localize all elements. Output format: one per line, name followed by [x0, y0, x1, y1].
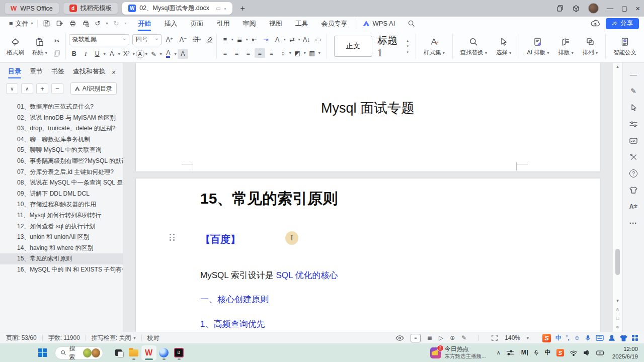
undo-icon[interactable]: ↺ [95, 20, 101, 27]
chevron-down-icon[interactable]: ▾ [284, 37, 286, 42]
number-list-button[interactable]: ≣ [234, 35, 245, 44]
toc-item[interactable]: 04、聊一聊数据库事务机制 [0, 134, 123, 145]
toc-item[interactable]: 11、Mysql 如何行转列和列转行 [0, 210, 123, 221]
text-frame-button[interactable]: ▭ [313, 35, 324, 44]
previous-page-icon[interactable]: « [615, 308, 620, 311]
bullet-list-button[interactable]: ≡ [220, 35, 230, 44]
menu-tab-wps-ai[interactable]: WPS AI [356, 18, 401, 29]
ime-mode-icon[interactable]: 中 [555, 334, 561, 342]
chevron-down-icon[interactable]: ▾ [527, 336, 529, 340]
toc-item[interactable]: 05、聊聊 MySQL 中的关联查询 [0, 145, 123, 156]
menu-tab[interactable]: 开始 [131, 18, 157, 30]
select-button[interactable]: 选择 ▾ [492, 35, 516, 57]
clear-format-icon[interactable] [205, 36, 213, 43]
menu-tab[interactable]: 会员专享 [314, 18, 354, 30]
eye-protect-icon[interactable] [395, 335, 404, 341]
shrink-font-button[interactable]: A⁻ [178, 35, 189, 44]
wrap-button[interactable]: ⇄ [287, 35, 297, 44]
toc-item[interactable]: 02、说说 InnoDB 与 MyISAM 的区别 [0, 113, 123, 124]
volume-icon[interactable] [583, 349, 591, 356]
arrange-button[interactable]: 排列 ▾ [578, 35, 602, 57]
underline-button[interactable]: U [92, 49, 103, 59]
scroll-down-icon[interactable]: ▾ [616, 298, 619, 303]
chevron-down-icon[interactable]: ▾ [289, 51, 291, 55]
toc-item[interactable]: 06、事务隔离级别有哪些?MySQL 的默认... [0, 156, 123, 167]
chevron-down-icon[interactable]: ▾ [246, 37, 248, 42]
layout-button[interactable]: 排版 ▾ [554, 35, 578, 57]
emoji-icon[interactable]: ☺ [574, 334, 580, 341]
gallery-more-icon[interactable]: ▾ [407, 50, 409, 54]
sidebar-tab[interactable]: 查找和替换 [73, 65, 106, 78]
align-left-button[interactable]: ≡ [220, 48, 230, 58]
ime-menu-icon[interactable] [632, 335, 638, 341]
copy-icon[interactable] [53, 50, 60, 57]
task-view-button[interactable] [111, 345, 126, 360]
justify-button[interactable]: ≡ [255, 48, 265, 58]
search-icon[interactable] [408, 20, 415, 27]
chevron-down-icon[interactable]: ▾ [160, 52, 162, 56]
expand-all-button[interactable]: ∨ [6, 83, 18, 94]
ai-layout-button[interactable]: AI 排版 ▾ [522, 35, 553, 57]
toc-item[interactable]: 13、union 和 unionAll 区别 [0, 232, 123, 243]
word-count[interactable]: 字数: 11900 [48, 334, 80, 342]
paste-button[interactable]: 粘贴 ▾ [29, 35, 51, 57]
proofread-button[interactable]: 校对 [147, 334, 159, 342]
text-effect-button[interactable]: A [136, 50, 144, 58]
menu-tab[interactable]: 工具 [288, 18, 314, 30]
toc-item[interactable]: 01、数据库的三范式是什么? [0, 102, 123, 113]
skin-cube-icon[interactable] [572, 5, 580, 13]
user-avatar[interactable] [588, 3, 599, 14]
chevron-down-icon[interactable]: ▾ [304, 51, 306, 55]
chevron-down-icon[interactable]: ▾ [104, 52, 106, 56]
restore-button[interactable]: ▢ [621, 5, 627, 12]
idea-button[interactable]: IJ [172, 345, 187, 360]
next-page-icon[interactable]: » [615, 326, 620, 329]
menu-tab[interactable]: 视图 [262, 18, 288, 30]
font-name-select[interactable]: 微软雅黑 ˅ [69, 34, 129, 45]
chevron-down-icon[interactable]: ▾ [145, 52, 147, 56]
chevron-down-icon[interactable]: ▾ [318, 51, 320, 55]
browser-button[interactable] [156, 345, 172, 360]
grow-font-button[interactable]: A⁺ [165, 35, 175, 44]
strikethrough-button[interactable]: A [107, 49, 117, 59]
minimize-button[interactable]: — [607, 5, 613, 12]
menu-tab[interactable]: 审阅 [236, 18, 262, 30]
select-cursor-icon[interactable] [630, 103, 637, 112]
membership-card-icon[interactable] [629, 136, 637, 145]
edit-pen-icon[interactable]: ✎ [630, 86, 636, 95]
font-color-button[interactable]: A [166, 50, 170, 58]
ink-icon[interactable]: ✎ [461, 334, 466, 341]
clock[interactable]: 12:00 2025/6/19 [612, 345, 641, 360]
decrease-indent-button[interactable]: ⇤ [249, 35, 260, 44]
spellcheck-status[interactable]: 拼写检查: 关闭 [92, 334, 131, 342]
gallery-up-icon[interactable]: ▴ [407, 39, 409, 43]
gallery-down-icon[interactable]: ▾ [407, 44, 409, 48]
session-icon[interactable]: ▭ [216, 6, 220, 11]
increase-indent-button[interactable]: ⇥ [261, 35, 271, 44]
chevron-down-icon[interactable]: ▾ [298, 37, 300, 42]
tray-expand-icon[interactable]: ∧ [497, 349, 501, 356]
chevron-down-icon[interactable]: ▾ [133, 52, 135, 56]
style-normal[interactable]: 正文 [334, 36, 372, 57]
redo-icon[interactable]: ↻ [114, 20, 119, 27]
collapse-rail-icon[interactable]: — [630, 70, 637, 78]
tray-m-app-icon[interactable]: M [520, 350, 528, 355]
zoom-in-toc-button[interactable]: + [36, 83, 48, 94]
sidebar-tab[interactable]: 书签 [51, 65, 64, 78]
page-indicator[interactable]: 页面: 53/60 [6, 334, 37, 342]
skin-icon[interactable] [620, 335, 627, 341]
toc-item[interactable]: 16、MySQL 中的 IN 和 EXISTS 子句有什... [0, 264, 123, 276]
paragraph-drag-handle[interactable] [170, 234, 175, 241]
sidebar-tab[interactable]: 目录 [8, 65, 21, 78]
align-right-button[interactable]: ≡ [243, 48, 254, 58]
upload-cloud-icon[interactable] [591, 19, 600, 28]
toc-item[interactable]: 07、分库分表之后,id 主键如何处理? [0, 167, 123, 178]
tray-sliders-icon[interactable] [506, 349, 514, 356]
page-view-icon[interactable]: ≡ [411, 334, 421, 342]
tab-wps-office[interactable]: W WPS Office [4, 2, 59, 15]
translate-icon[interactable]: A文 [629, 202, 638, 211]
voice-input-icon[interactable] [585, 334, 591, 342]
chevron-down-icon[interactable]: ▾ [106, 21, 108, 26]
toc-item[interactable]: 08、说说在 MySQL 中一条查询 SQL 是... [0, 177, 123, 189]
outline-view-icon[interactable]: ≣ [427, 334, 432, 341]
